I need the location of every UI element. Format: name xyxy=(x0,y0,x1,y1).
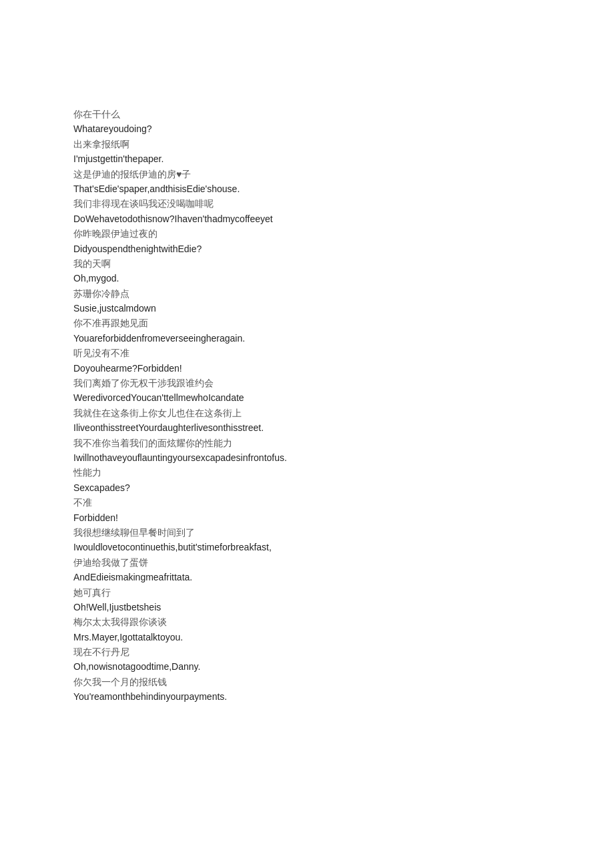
english-line: You'reamonthbehindinyourpayments. xyxy=(73,689,541,704)
chinese-line: 出来拿报纸啊 xyxy=(73,137,541,151)
english-line: Doyouhearme?Forbidden! xyxy=(73,361,541,376)
chinese-line: 我们离婚了你无权干涉我跟谁约会 xyxy=(73,376,541,390)
english-line: Mrs.Mayer,Igottatalktoyou. xyxy=(73,630,541,644)
chinese-line: 你欠我一个月的报纸钱 xyxy=(73,675,541,689)
english-line: That'sEdie'spaper,andthisisEdie'shouse. xyxy=(73,181,541,196)
chinese-line: 伊迪给我做了蛋饼 xyxy=(73,555,541,570)
english-line: Youareforbiddenfromeverseeingheragain. xyxy=(73,331,541,346)
chinese-line: 我很想继续聊但早餐时间到了 xyxy=(73,525,541,540)
english-line: Oh!Well,Ijustbetsheis xyxy=(73,600,541,614)
english-line: Whatareyoudoing? xyxy=(73,121,541,136)
chinese-line: 你不准再跟她见面 xyxy=(73,316,541,330)
english-line: Susie,justcalmdown xyxy=(73,301,541,316)
chinese-line: 她可真行 xyxy=(73,585,541,600)
chinese-line: 我的天啊 xyxy=(73,256,541,271)
chinese-line: 我不准你当着我们的面炫耀你的性能力 xyxy=(73,436,541,450)
content-container: 你在干什么Whatareyoudoing?出来拿报纸啊I'mjustgettin… xyxy=(73,107,541,705)
english-line: Forbidden! xyxy=(73,510,541,525)
english-line: Oh,mygod. xyxy=(73,271,541,286)
chinese-line: 你昨晚跟伊迪过夜的 xyxy=(73,226,541,241)
chinese-line: 听见没有不准 xyxy=(73,346,541,360)
english-line: Sexcapades? xyxy=(73,480,541,495)
english-line: Iwouldlovetocontinuethis,butit'stimeforb… xyxy=(73,540,541,554)
english-line: I'mjustgettin'thepaper. xyxy=(73,151,541,166)
chinese-line: 我就住在这条街上你女儿也住在这条街上 xyxy=(73,406,541,420)
english-line: AndEdieismakingmeafrittata. xyxy=(73,570,541,584)
chinese-line: 这是伊迪的报纸伊迪的房♥子 xyxy=(73,167,541,181)
chinese-line: 现在不行丹尼 xyxy=(73,644,541,659)
chinese-line: 苏珊你冷静点 xyxy=(73,286,541,301)
english-line: Oh,nowisnotagoodtime,Danny. xyxy=(73,659,541,674)
chinese-line: 不准 xyxy=(73,495,541,510)
chinese-line: 梅尔太太我得跟你谈谈 xyxy=(73,614,541,629)
chinese-line: 我们非得现在谈吗我还没喝咖啡呢 xyxy=(73,196,541,211)
english-line: DidyouspendthenightwithEdie? xyxy=(73,242,541,256)
english-line: IliveonthisstreetYourdaughterlivesonthis… xyxy=(73,420,541,435)
chinese-line: 性能力 xyxy=(73,465,541,480)
chinese-line: 你在干什么 xyxy=(73,107,541,121)
english-line: DoWehavetodothisnow?Ihaven'thadmycoffeey… xyxy=(73,211,541,226)
english-line: Iwillnothaveyouflauntingyoursexcapadesin… xyxy=(73,450,541,465)
english-line: WeredivorcedYoucan'ttellmewhoIcandate xyxy=(73,390,541,405)
